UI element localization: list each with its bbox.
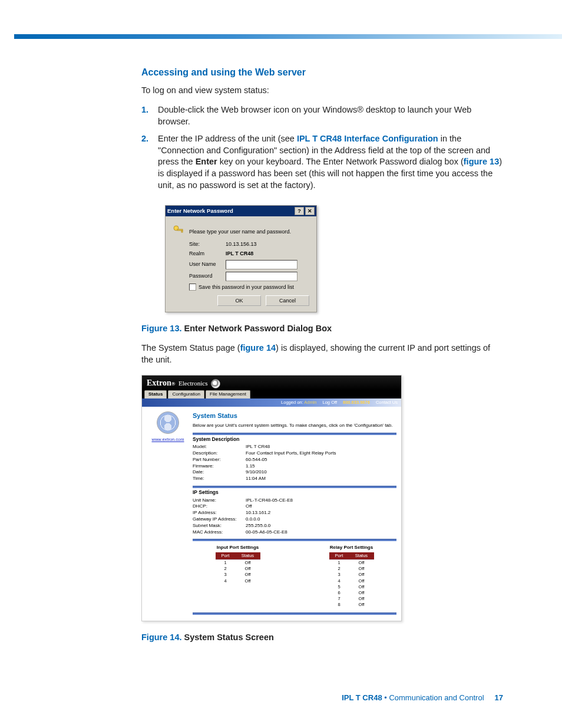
log-off-link[interactable]: Log Off: [323, 400, 337, 406]
figure-13: Enter Network Password ? ✕ Please type y…: [141, 202, 503, 312]
step-number: 2.: [141, 133, 158, 191]
page-footer: IPL T CR48 • Communication and Control17: [0, 676, 562, 720]
phone-number: 800.633.9876: [343, 400, 370, 406]
status-cell: Off: [349, 596, 374, 602]
mac-address-value: 00-05-A6-05-CE-E8: [246, 529, 396, 536]
status-cell: Off: [349, 566, 374, 572]
password-input[interactable]: [226, 272, 297, 281]
brand-header: Extron® Electronics: [142, 375, 401, 390]
username-input[interactable]: [226, 260, 297, 269]
status-body: www.extron.com System Status Below are y…: [142, 407, 401, 621]
figure-ref-link[interactable]: figure 14: [240, 343, 276, 353]
ip-address-label: IP Address:: [193, 510, 246, 516]
port-tables: Input Port Settings PortStatus 1Off 2Off…: [193, 545, 396, 608]
status-cell: Off: [349, 590, 374, 596]
port-cell: 5: [329, 584, 349, 590]
part-number-value: 60-544-05: [246, 457, 396, 463]
step-2: 2. Enter the IP address of the unit (see…: [141, 133, 503, 191]
footer-page-number: 17: [495, 693, 503, 702]
part-number-label: Part Number:: [193, 457, 246, 463]
port-cell: 4: [216, 578, 236, 584]
section-header-system-description: System Description: [193, 436, 396, 443]
section-bar: [193, 486, 396, 488]
figure-13-caption: Figure 13. Enter Network Password Dialog…: [141, 323, 503, 335]
section-header-ip-settings: IP Settings: [193, 489, 396, 496]
key-name: Enter: [196, 157, 217, 166]
right-column: System Status Below are your Unit's curr…: [193, 411, 396, 616]
status-cell: Off: [349, 578, 374, 584]
brand-name: Extron® Electronics: [147, 378, 207, 389]
extron-site-link[interactable]: www.extron.com: [151, 437, 184, 442]
footer-section: Communication and Control: [389, 693, 484, 702]
step-1: 1. Double-click the Web browser icon on …: [141, 104, 503, 127]
model-label: Model:: [193, 444, 246, 450]
relay-port-header: Relay Port Settings: [329, 545, 374, 551]
password-dialog: Enter Network Password ? ✕ Please type y…: [165, 205, 317, 312]
step-text: Enter the IP address of the unit (see IP…: [158, 133, 503, 191]
subnet-mask-label: Subnet Mask:: [193, 523, 246, 529]
port-cell: 6: [329, 590, 349, 596]
figure-title: System Status Screen: [184, 633, 274, 642]
dialog-title-text: Enter Network Password: [167, 207, 233, 215]
tab-configuration[interactable]: Configuration: [168, 390, 204, 398]
description-value: Four Contact Input Ports, Eight Relay Po…: [246, 450, 396, 457]
time-value: 11:04 AM: [246, 476, 396, 482]
figure-label: Figure 14.: [141, 633, 184, 642]
dialog-prompt: Please type your user name and password.: [189, 228, 291, 235]
port-cell: 3: [329, 572, 349, 578]
port-cell: 1: [329, 560, 349, 566]
status-cell: Off: [236, 560, 260, 566]
time-label: Time:: [193, 476, 246, 482]
relay-port-table: Relay Port Settings PortStatus 1Off 2Off…: [329, 545, 374, 608]
contact-us-link[interactable]: Contact Us: [376, 400, 398, 406]
figure-label: Figure 13.: [141, 324, 184, 333]
unit-name-label: Unit Name:: [193, 498, 246, 504]
firmware-value: 1.15: [246, 463, 396, 470]
password-label: Password: [189, 272, 226, 279]
page-title: System Status: [193, 411, 396, 420]
ok-button[interactable]: OK: [217, 295, 261, 306]
tab-bar: Status Configuration File Management: [142, 390, 401, 398]
realm-label: Realm: [189, 250, 226, 257]
dialog-titlebar: Enter Network Password ? ✕: [166, 206, 316, 216]
figure-ref-link[interactable]: figure 13: [464, 157, 499, 166]
footer-product: IPL T CR48: [342, 693, 382, 702]
logged-on-user: Admin: [304, 400, 316, 405]
close-icon[interactable]: ✕: [305, 207, 315, 215]
site-label: Site:: [189, 241, 226, 248]
input-port-header: Input Port Settings: [216, 545, 260, 551]
footer-separator: •: [382, 693, 389, 702]
port-cell: 2: [329, 566, 349, 572]
col-port: Port: [329, 552, 349, 559]
port-cell: 8: [329, 602, 349, 608]
firmware-label: Firmware:: [193, 463, 246, 470]
cancel-button[interactable]: Cancel: [266, 295, 309, 306]
port-cell: 4: [329, 578, 349, 584]
figure-title: Enter Network Password Dialog Box: [184, 324, 332, 333]
username-label: User Name: [189, 261, 226, 268]
save-password-checkbox[interactable]: [189, 284, 196, 291]
date-value: 9/10/2010: [246, 469, 396, 476]
tab-status[interactable]: Status: [144, 390, 167, 398]
port-cell: 1: [216, 560, 236, 566]
step-number: 1.: [141, 104, 158, 127]
site-value: 10.13.156.13: [226, 241, 309, 248]
port-cell: 2: [216, 566, 236, 572]
text-fragment: Enter the IP address of the unit (see: [158, 134, 297, 143]
status-cell: Off: [349, 584, 374, 590]
status-cell: Off: [349, 560, 374, 566]
gateway-value: 0.0.0.0: [246, 516, 396, 523]
page-subtitle: Below are your Unit's current system set…: [193, 423, 396, 429]
help-icon[interactable]: ?: [295, 207, 304, 215]
dialog-body: Please type your user name and password.…: [166, 216, 316, 312]
input-port-table: Input Port Settings PortStatus 1Off 2Off…: [216, 545, 260, 608]
section-bar: [193, 433, 396, 435]
tab-file-management[interactable]: File Management: [206, 390, 250, 398]
status-cell: Off: [236, 566, 260, 572]
mac-address-label: MAC Address:: [193, 529, 246, 536]
date-label: Date:: [193, 469, 246, 476]
realm-value: IPL T CR48: [226, 250, 309, 257]
save-password-label: Save this password in your password list: [199, 284, 294, 291]
port-cell: 3: [216, 572, 236, 578]
xref-link[interactable]: IPL T CR48 Interface Configuration: [297, 134, 438, 143]
